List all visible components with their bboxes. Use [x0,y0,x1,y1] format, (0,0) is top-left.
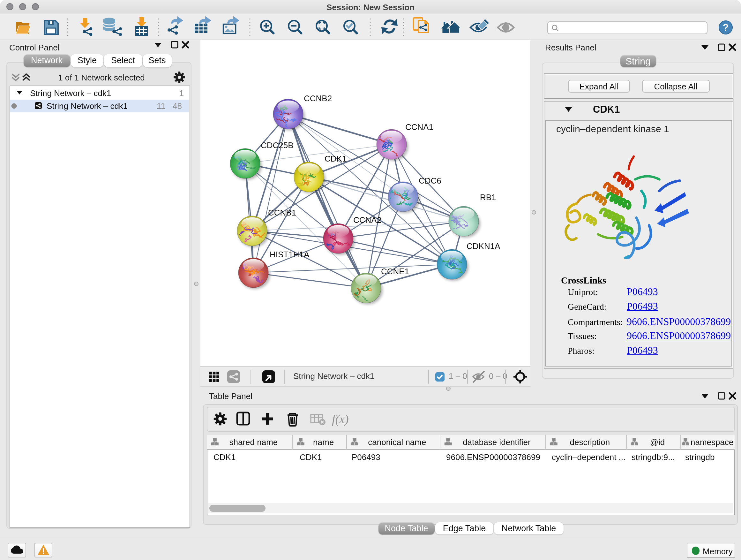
svg-text:1 – 0: 1 – 0 [449,371,467,381]
svg-text:CDC6: CDC6 [419,176,441,186]
svg-text:canonical name: canonical name [367,437,426,447]
svg-text:cyclin–dependent ...: cyclin–dependent ... [551,452,625,462]
svg-text:String Network – cdk1: String Network – cdk1 [47,101,128,111]
svg-text:@id: @id [650,437,665,447]
svg-text:namespace: namespace [690,437,733,447]
svg-text:String Network – cdk1: String Network – cdk1 [293,371,374,381]
svg-text:database identifier: database identifier [462,437,530,447]
svg-text:CDK1: CDK1 [593,105,620,113]
svg-text:CDK1: CDK1 [299,452,321,462]
svg-text:P06493: P06493 [351,452,380,462]
svg-text:CCNA1: CCNA1 [405,122,433,132]
svg-text:HIST1H1A: HIST1H1A [270,250,310,259]
svg-text:name: name [313,437,333,447]
svg-text:0 – 0: 0 – 0 [489,371,508,381]
svg-text:CDK1: CDK1 [325,154,347,164]
svg-text:?: ? [723,22,729,33]
svg-text:shared name: shared name [229,437,278,447]
svg-text:1 of 1 Network selected: 1 of 1 Network selected [58,73,145,82]
svg-text:CDC25B: CDC25B [261,140,293,150]
svg-text:CDK1: CDK1 [213,452,235,462]
svg-text:11: 11 [157,101,165,111]
svg-text:stringdb: stringdb [685,452,715,462]
svg-text:f(x): f(x) [332,413,348,426]
svg-text:9606.ENSP00000378699: 9606.ENSP00000378699 [446,452,540,462]
svg-text:1: 1 [179,88,184,98]
svg-text:String Network – cdk1: String Network – cdk1 [30,88,111,98]
svg-text:CCNE1: CCNE1 [381,266,409,276]
svg-text:RB1: RB1 [480,192,496,202]
svg-text:CCNB1: CCNB1 [268,208,296,217]
svg-text:stringdb:9...: stringdb:9... [631,452,675,462]
svg-text:CDKN1A: CDKN1A [467,241,500,251]
svg-text:48: 48 [173,101,182,111]
svg-text:CCNB2: CCNB2 [304,94,332,103]
svg-text:CCNA2: CCNA2 [353,215,381,225]
svg-text:description: description [569,437,610,447]
